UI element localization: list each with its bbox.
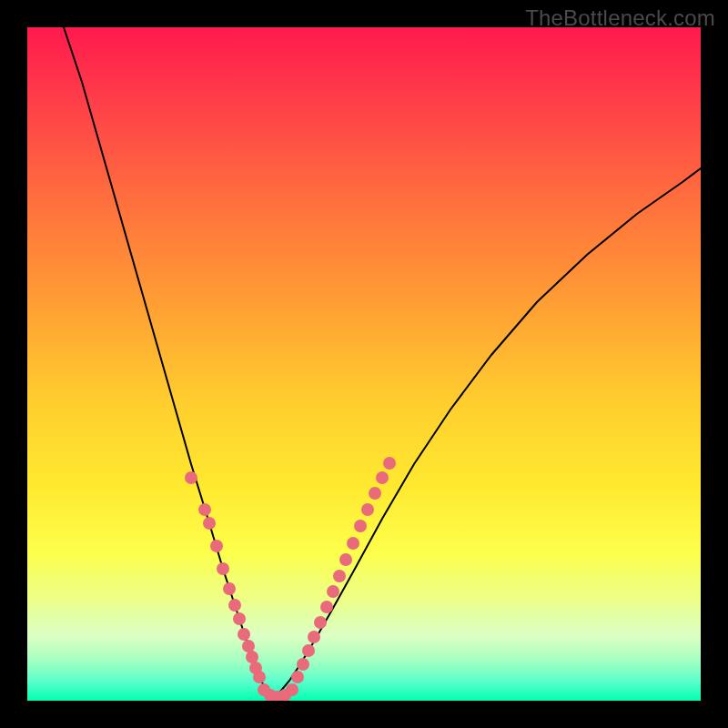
marker-point xyxy=(253,671,266,683)
marker-point xyxy=(238,628,250,641)
marker-point xyxy=(361,503,374,516)
marker-point xyxy=(333,570,346,582)
chart-frame: TheBottleneck.com xyxy=(0,0,728,728)
marker-point xyxy=(347,537,359,550)
marker-point xyxy=(217,562,229,575)
marker-point xyxy=(198,503,211,516)
marker-point xyxy=(185,471,197,484)
marker-point xyxy=(203,517,216,530)
marker-point xyxy=(233,612,246,625)
marker-point xyxy=(286,683,298,696)
line-layer xyxy=(64,27,701,697)
marker-point xyxy=(297,658,309,671)
marker-point xyxy=(242,640,255,652)
marker-point xyxy=(314,616,327,629)
curve-left-branch xyxy=(64,27,273,697)
curve-right-branch xyxy=(273,168,701,697)
marker-point xyxy=(339,553,352,566)
plot-area xyxy=(27,27,701,701)
chart-svg xyxy=(27,27,701,701)
marker-point xyxy=(210,540,223,552)
marker-point xyxy=(376,471,389,484)
marker-point xyxy=(228,599,241,612)
marker-point xyxy=(246,651,258,663)
marker-layer xyxy=(185,457,396,701)
marker-point xyxy=(291,671,304,683)
marker-point xyxy=(223,582,236,595)
marker-point xyxy=(383,457,396,470)
marker-point xyxy=(327,585,339,598)
marker-point xyxy=(302,644,315,657)
marker-point xyxy=(354,520,367,532)
marker-point xyxy=(308,631,320,643)
marker-point xyxy=(369,487,381,500)
marker-point xyxy=(320,601,333,613)
